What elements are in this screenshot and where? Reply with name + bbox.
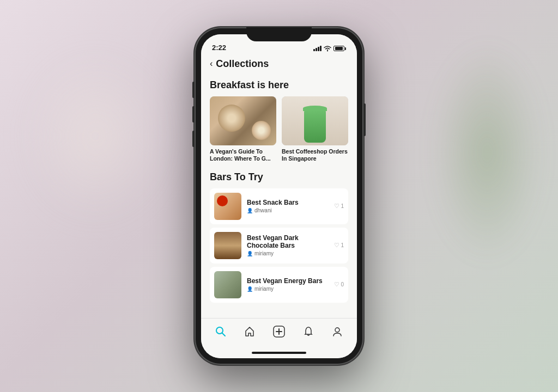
svg-point-0 [327, 50, 328, 51]
svg-point-6 [335, 328, 339, 332]
list-item-dark-choc[interactable]: Best Vegan Dark Chocolate Bars 👤 miriamy… [210, 228, 348, 264]
bar-thumb-2 [214, 232, 241, 259]
bar-title-3: Best Vegan Energy Bars [247, 277, 329, 285]
bar-thumb-1 [214, 193, 241, 220]
smoothie-glass [304, 110, 326, 143]
bar-author-2: 👤 miriamy [247, 250, 329, 256]
cards-grid: A Vegan's Guide To London: Where To G...… [210, 96, 348, 163]
screen: 2:22 [201, 34, 357, 358]
nav-notifications[interactable] [299, 324, 318, 342]
bar-author-3: 👤 miriamy [247, 286, 329, 292]
status-icons [313, 46, 346, 52]
bar-image-2 [214, 232, 241, 259]
bar-like-2[interactable]: ♡ 1 [334, 242, 344, 249]
search-icon [215, 326, 226, 340]
card-coffeeshop[interactable]: Best Coffeeshop Orders In Singapore [282, 96, 348, 163]
food-image-1 [210, 96, 276, 145]
list-item-snack-bars[interactable]: Best Snack Bars 👤 dhwani ♡ 1 [210, 188, 348, 224]
bar-title-1: Best Snack Bars [247, 199, 329, 206]
nav-add[interactable] [269, 323, 289, 342]
add-icon [273, 326, 285, 340]
wifi-icon [324, 46, 331, 52]
food-image-2 [282, 96, 348, 145]
bar-title-2: Best Vegan Dark Chocolate Bars [247, 234, 329, 249]
person-icon-3: 👤 [247, 286, 253, 292]
bar-info-2: Best Vegan Dark Chocolate Bars 👤 miriamy [247, 234, 329, 256]
app-header: ‹ Collections [201, 54, 357, 74]
list-item-energy-bars[interactable]: Best Vegan Energy Bars 👤 miriamy ♡ 0 [210, 267, 348, 303]
bar-image-1 [214, 193, 241, 220]
bar-info-3: Best Vegan Energy Bars 👤 miriamy [247, 277, 329, 292]
nav-profile[interactable] [327, 324, 347, 342]
home-bar [201, 347, 357, 358]
person-icon: 👤 [247, 208, 253, 213]
bar-thumb-3 [214, 271, 241, 298]
home-icon [244, 326, 255, 340]
heart-icon-2: ♡ [334, 242, 339, 249]
bar-like-1[interactable]: ♡ 1 [334, 203, 344, 210]
bars-section: Bars To Try Best Snack Bars 👤 dhwani ♡ [210, 171, 348, 303]
home-bar-line [252, 352, 306, 354]
back-button[interactable]: ‹ [210, 59, 213, 69]
phone-notch [246, 27, 312, 41]
bars-section-title: Bars To Try [210, 171, 348, 183]
svg-line-2 [222, 333, 225, 336]
bar-info-1: Best Snack Bars 👤 dhwani [247, 199, 329, 213]
phone-shell: 2:22 [195, 27, 363, 365]
heart-icon: ♡ [334, 203, 339, 210]
card-label-coffee: Best Coffeeshop Orders In Singapore [282, 148, 348, 163]
scroll-content[interactable]: Breakfast is here A Vegan's Guide To Lon… [201, 74, 357, 318]
nav-search[interactable] [211, 324, 231, 342]
heart-icon-3: ♡ [334, 281, 339, 288]
bottom-nav [201, 318, 357, 347]
nav-home[interactable] [240, 324, 259, 342]
profile-icon [332, 326, 343, 340]
card-vegan-guide[interactable]: A Vegan's Guide To London: Where To G... [210, 96, 276, 163]
breakfast-section-title: Breakfast is here [210, 79, 348, 91]
bar-author-1: 👤 dhwani [247, 207, 329, 213]
card-label-vegan: A Vegan's Guide To London: Where To G... [210, 148, 276, 163]
signal-icon [313, 46, 322, 51]
person-icon-2: 👤 [247, 251, 253, 256]
breakfast-section: Breakfast is here A Vegan's Guide To Lon… [210, 79, 348, 163]
bar-like-3[interactable]: ♡ 0 [334, 281, 344, 288]
card-image-vegan [210, 96, 276, 145]
bell-icon [303, 326, 314, 340]
card-image-coffee [282, 96, 348, 145]
status-time: 2:22 [212, 44, 226, 52]
battery-icon [333, 46, 346, 51]
page-title: Collections [216, 58, 269, 70]
bar-image-3 [214, 271, 241, 298]
svg-point-1 [216, 327, 223, 334]
